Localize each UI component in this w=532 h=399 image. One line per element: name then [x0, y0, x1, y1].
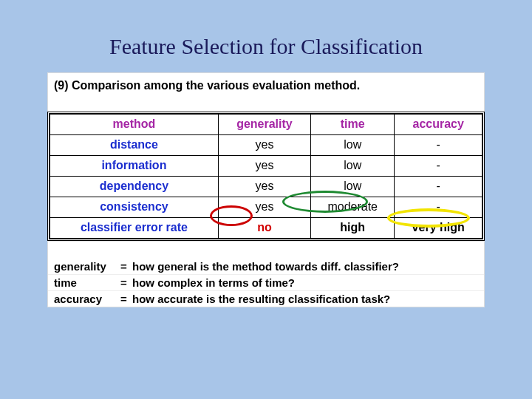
definition-row: accuracy = how accurate is the resulting…: [48, 290, 484, 307]
def-eq: =: [120, 293, 132, 305]
def-term: generality: [54, 260, 120, 273]
def-term: accuracy: [54, 293, 120, 305]
table-header-row: method generality time accuracy: [50, 115, 482, 135]
definition-row: time = how complex in terms of time?: [48, 274, 484, 290]
col-generality: generality: [218, 115, 310, 135]
table-row: information yes low -: [50, 156, 482, 177]
definitions-block: generality = how general is the method t…: [47, 259, 485, 307]
cell-generality: no: [218, 218, 310, 239]
cell-accuracy: very high: [395, 218, 482, 239]
cell-time: low: [311, 156, 395, 177]
definition-row: generality = how general is the method t…: [48, 259, 484, 274]
cell-generality: yes: [218, 197, 310, 218]
table-row: dependency yes low -: [50, 177, 482, 197]
cell-accuracy: -: [395, 135, 482, 156]
def-term: time: [54, 276, 120, 289]
comparison-table: method generality time accuracy distance…: [50, 114, 482, 239]
cell-time: low: [311, 177, 395, 197]
cell-accuracy: -: [395, 197, 482, 218]
col-time: time: [311, 115, 395, 135]
cell-time: low: [311, 135, 395, 156]
slide-title: Feature Selection for Classification: [0, 0, 532, 72]
cell-method: dependency: [50, 177, 219, 197]
cell-accuracy: -: [395, 177, 482, 197]
table-row: distance yes low -: [50, 135, 482, 156]
def-val: how accurate is the resulting classifica…: [132, 293, 478, 305]
def-val: how complex in terms of time?: [132, 276, 478, 289]
cell-generality: yes: [218, 135, 310, 156]
table-row: classifier error rate no high very high: [50, 218, 482, 239]
def-val: how general is the method towards diff. …: [132, 260, 478, 273]
cell-generality: yes: [218, 156, 310, 177]
cell-method: information: [50, 156, 219, 177]
col-method: method: [50, 115, 219, 135]
col-accuracy: accuracy: [395, 115, 482, 135]
def-eq: =: [120, 260, 132, 273]
cell-generality: yes: [218, 177, 310, 197]
content-panel: (9) Comparison among the various evaluat…: [47, 72, 485, 307]
def-eq: =: [120, 276, 132, 289]
cell-time: moderate: [311, 197, 395, 218]
table-caption: (9) Comparison among the various evaluat…: [47, 72, 485, 95]
cell-method: distance: [50, 135, 219, 156]
cell-method: consistency: [50, 197, 219, 218]
comparison-table-wrap: method generality time accuracy distance…: [47, 112, 485, 241]
cell-accuracy: -: [395, 156, 482, 177]
cell-method: classifier error rate: [50, 218, 219, 239]
cell-time: high: [311, 218, 395, 239]
table-row: consistency yes moderate -: [50, 197, 482, 218]
